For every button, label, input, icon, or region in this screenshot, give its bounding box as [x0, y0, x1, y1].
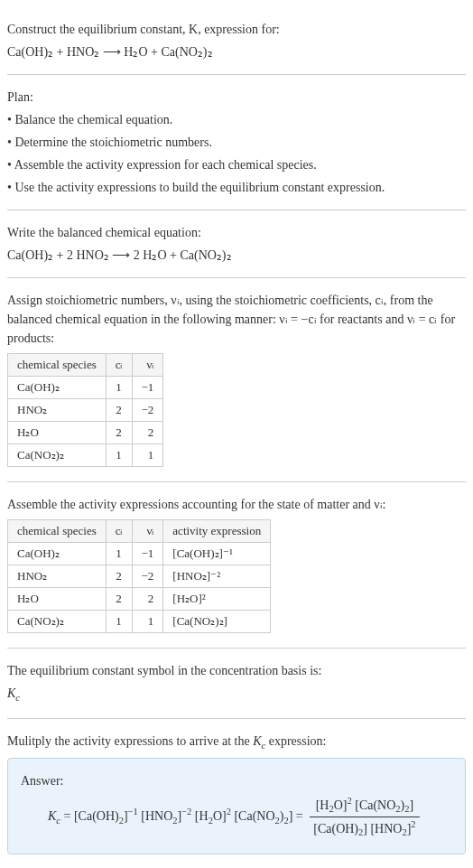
- cell-v: 1: [132, 611, 163, 633]
- cell-v: −2: [132, 565, 163, 588]
- table-row: H₂O 2 2: [8, 422, 163, 444]
- answer-fraction: [H2O]2 [Ca(NO2)2] [Ca(OH)2] [HNO2]2: [310, 794, 419, 840]
- th-expr: activity expression: [163, 520, 271, 543]
- th-v: νᵢ: [132, 354, 163, 377]
- answer-box: Answer: Kc = [Ca(OH)2]−1 [HNO2]−2 [H2O]2…: [7, 758, 466, 854]
- plan-bullet-3: • Use the activity expressions to build …: [7, 178, 466, 197]
- cell-species: H₂O: [8, 588, 107, 611]
- kc-text: Kc: [7, 686, 20, 700]
- cell-v: −2: [132, 399, 163, 422]
- activity-table: chemical species cᵢ νᵢ activity expressi…: [7, 519, 271, 633]
- th-species: chemical species: [8, 354, 107, 377]
- cell-c: 1: [106, 543, 132, 565]
- th-c: cᵢ: [106, 354, 132, 377]
- symbol-section: The equilibrium constant symbol in the c…: [7, 649, 466, 719]
- plan-bullet-2: • Assemble the activity expression for e…: [7, 155, 466, 174]
- cell-expr: [H₂O]²: [163, 588, 271, 611]
- cell-expr: [Ca(NO₂)₂]: [163, 611, 271, 633]
- mult-line: Mulitply the activity expressions to arr…: [7, 732, 466, 753]
- cell-c: 1: [106, 377, 132, 399]
- table-row: Ca(OH)₂ 1 −1 [Ca(OH)₂]⁻¹: [8, 543, 271, 565]
- cell-c: 1: [106, 444, 132, 467]
- cell-c: 2: [106, 588, 132, 611]
- th-species: chemical species: [8, 520, 107, 543]
- cell-species: Ca(OH)₂: [8, 377, 107, 399]
- table-row: HNO₂ 2 −2 [HNO₂]⁻²: [8, 565, 271, 588]
- cell-c: 2: [106, 565, 132, 588]
- cell-v: 2: [132, 588, 163, 611]
- cell-c: 1: [106, 611, 132, 633]
- cell-species: Ca(NO₂)₂: [8, 611, 107, 633]
- cell-species: HNO₂: [8, 399, 107, 422]
- plan-section: Plan: • Balance the chemical equation. •…: [7, 75, 466, 210]
- symbol-kc: Kc: [7, 684, 466, 705]
- stoich-section: Assign stoichiometric numbers, νᵢ, using…: [7, 278, 466, 482]
- cell-species: Ca(NO₂)₂: [8, 444, 107, 467]
- table-header-row: chemical species cᵢ νᵢ: [8, 354, 163, 377]
- stoich-intro: Assign stoichiometric numbers, νᵢ, using…: [7, 291, 466, 348]
- balanced-section: Write the balanced chemical equation: Ca…: [7, 210, 466, 278]
- answer-label: Answer:: [21, 771, 452, 790]
- table-row: H₂O 2 2 [H₂O]²: [8, 588, 271, 611]
- cell-species: Ca(OH)₂: [8, 543, 107, 565]
- mult-text: Mulitply the activity expressions to arr…: [7, 734, 326, 748]
- answer-numerator: [H2O]2 [Ca(NO2)2]: [310, 794, 419, 817]
- th-c: cᵢ: [106, 520, 132, 543]
- stoich-table: chemical species cᵢ νᵢ Ca(OH)₂ 1 −1 HNO₂…: [7, 353, 163, 467]
- table-row: Ca(OH)₂ 1 −1: [8, 377, 163, 399]
- cell-v: 1: [132, 444, 163, 467]
- th-v: νᵢ: [132, 520, 163, 543]
- plan-bullet-1: • Determine the stoichiometric numbers.: [7, 133, 466, 152]
- activity-intro: Assemble the activity expressions accoun…: [7, 495, 466, 514]
- balanced-equation: Ca(OH)₂ + 2 HNO₂ ⟶ 2 H₂O + Ca(NO₂)₂: [7, 246, 466, 265]
- answer-lhs: Kc = [Ca(OH)2]−1 [HNO2]−2 [H2O]2 [Ca(NO2…: [48, 809, 306, 823]
- cell-v: 2: [132, 422, 163, 444]
- table-row: HNO₂ 2 −2: [8, 399, 163, 422]
- cell-v: −1: [132, 543, 163, 565]
- prompt-section: Construct the equilibrium constant, K, e…: [7, 7, 466, 75]
- cell-expr: [Ca(OH)₂]⁻¹: [163, 543, 271, 565]
- cell-expr: [HNO₂]⁻²: [163, 565, 271, 588]
- table-row: Ca(NO₂)₂ 1 1: [8, 444, 163, 467]
- cell-species: HNO₂: [8, 565, 107, 588]
- activity-section: Assemble the activity expressions accoun…: [7, 482, 466, 649]
- table-header-row: chemical species cᵢ νᵢ activity expressi…: [8, 520, 271, 543]
- cell-v: −1: [132, 377, 163, 399]
- balanced-heading: Write the balanced chemical equation:: [7, 223, 466, 242]
- answer-denominator: [Ca(OH)2] [HNO2]2: [310, 817, 419, 840]
- cell-species: H₂O: [8, 422, 107, 444]
- symbol-line1: The equilibrium constant symbol in the c…: [7, 661, 466, 680]
- cell-c: 2: [106, 422, 132, 444]
- plan-bullet-0: • Balance the chemical equation.: [7, 110, 466, 129]
- prompt-title-text: Construct the equilibrium constant, K, e…: [7, 23, 280, 36]
- cell-c: 2: [106, 399, 132, 422]
- answer-expression: Kc = [Ca(OH)2]−1 [HNO2]−2 [H2O]2 [Ca(NO2…: [21, 794, 452, 840]
- prompt-equation: Ca(OH)₂ + HNO₂ ⟶ H₂O + Ca(NO₂)₂: [7, 42, 466, 61]
- plan-heading: Plan:: [7, 88, 466, 107]
- table-row: Ca(NO₂)₂ 1 1 [Ca(NO₂)₂]: [8, 611, 271, 633]
- prompt-title: Construct the equilibrium constant, K, e…: [7, 20, 466, 39]
- mult-section: Mulitply the activity expressions to arr…: [7, 719, 466, 863]
